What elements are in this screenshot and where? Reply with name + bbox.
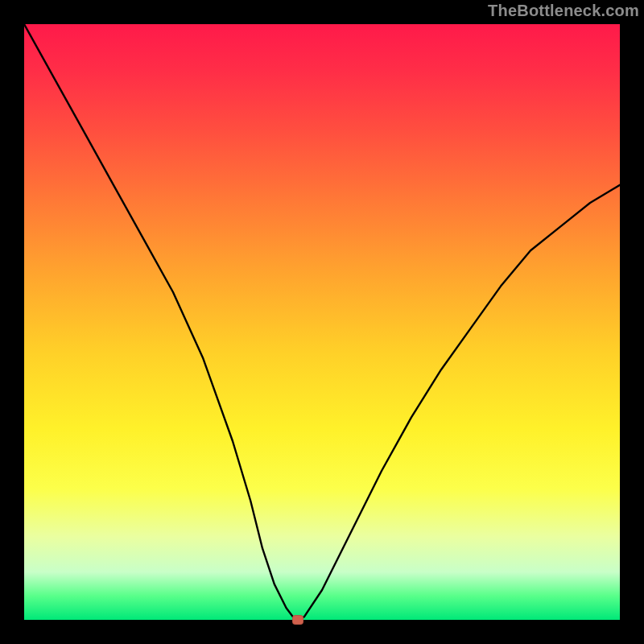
- curve-svg: [24, 24, 620, 620]
- bottleneck-curve: [24, 24, 620, 620]
- minimum-marker: [292, 615, 303, 625]
- chart-frame: TheBottleneck.com: [0, 0, 644, 644]
- watermark: TheBottleneck.com: [488, 2, 639, 20]
- plot-area: [24, 24, 620, 620]
